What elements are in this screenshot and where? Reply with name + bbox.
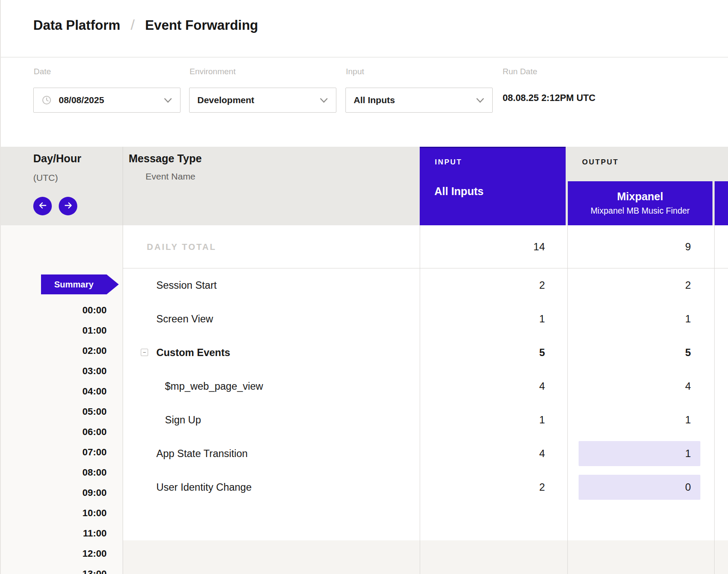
breadcrumb-separator: / (131, 16, 135, 33)
hour-label: 01:00 (82, 325, 107, 336)
output-value-cell: 0 (567, 470, 714, 504)
chevron-down-icon (164, 98, 172, 103)
previous-day-button[interactable] (33, 197, 52, 215)
day-hour-column-title: Day/Hour (33, 152, 81, 165)
highlighted-cell-background (579, 441, 700, 466)
hour-label: 11:00 (83, 528, 107, 539)
table-footer-band (123, 540, 728, 574)
table-header: Day/Hour (UTC) Message Type Event Name O… (0, 147, 728, 225)
hour-label: 09:00 (82, 487, 107, 498)
input-group-label: INPUT (435, 158, 462, 167)
output-value-cell: 5 (567, 336, 714, 369)
hour-label: 04:00 (82, 386, 107, 397)
table-row: Sign Up11 (123, 403, 728, 437)
hour-label: 12:00 (82, 548, 107, 559)
hour-label: 00:00 (82, 305, 107, 316)
output-value-cell: 1 (567, 403, 714, 437)
output-column-subtitle: Mixpanel MB Music Finder (568, 206, 712, 216)
event-forwarding-page: Data Platform / Event Forwarding Date 08… (0, 0, 728, 574)
output-value-cell: 4 (567, 369, 714, 403)
output-column-header-mixpanel[interactable]: Mixpanel Mixpanel MB Music Finder (568, 181, 712, 225)
chevron-down-icon (320, 98, 328, 103)
message-type-column-title: Message Type (129, 152, 202, 165)
day-hour-column-subtitle: (UTC) (33, 173, 58, 183)
top-bar: Data Platform / Event Forwarding (0, 0, 728, 57)
hour-label: 03:00 (82, 366, 107, 377)
table-row: Session Start22 (123, 268, 728, 302)
environment-filter-value: Development (197, 95, 254, 105)
arrow-left-icon (38, 200, 48, 212)
daily-total-output-value: 9 (567, 225, 714, 268)
output-value-cell: 2 (567, 268, 714, 302)
table-row: $mp_web_page_view44 (123, 369, 728, 403)
chevron-down-icon (476, 98, 484, 103)
daily-total-input-value: 14 (123, 225, 567, 268)
day-navigation (33, 197, 77, 215)
table-row: App State Transition41 (123, 437, 728, 470)
message-type-column-subtitle: Event Name (146, 171, 196, 182)
run-date-value: 08.08.25 2:12PM UTC (503, 93, 595, 104)
input-filter-label: Input (346, 67, 364, 76)
hour-label: 10:00 (82, 508, 107, 519)
column-divider (420, 225, 420, 574)
summary-tab[interactable]: Summary (41, 274, 107, 294)
page-title: Event Forwarding (145, 18, 258, 33)
table-row: −Custom Events55 (123, 336, 728, 369)
daily-total-row: DAILY TOTAL 14 9 (123, 225, 728, 268)
output-group-label: OUTPUT (582, 158, 619, 167)
day-hour-rail: Summary 00:0001:0002:0003:0004:0005:0006… (0, 225, 123, 574)
input-column-header[interactable]: INPUT All Inputs (420, 145, 566, 225)
environment-filter-label: Environment (190, 67, 236, 76)
output-value-cell: 1 (567, 302, 714, 336)
run-date-label: Run Date (503, 67, 537, 76)
hour-label: 07:00 (82, 447, 107, 458)
column-divider (567, 225, 568, 574)
input-value-cell: 1 (123, 302, 567, 336)
date-filter-label: Date (34, 67, 51, 76)
input-filter-value: All Inputs (354, 95, 395, 105)
breadcrumb: Data Platform / Event Forwarding (33, 16, 258, 33)
arrow-right-icon (63, 200, 73, 212)
column-divider (714, 225, 715, 574)
environment-filter-select[interactable]: Development (189, 88, 336, 113)
table-row: Screen View11 (123, 302, 728, 336)
output-value-cell: 1 (567, 437, 714, 470)
table-row: User Identity Change20 (123, 470, 728, 504)
output-column-name: Mixpanel (568, 190, 712, 203)
next-day-button[interactable] (59, 197, 77, 215)
hour-label: 06:00 (82, 426, 107, 438)
date-filter-select[interactable]: 08/08/2025 (33, 88, 180, 113)
input-value-cell: 4 (123, 369, 567, 403)
event-rows: Session Start22Screen View11−Custom Even… (123, 268, 728, 504)
hour-label: 08:00 (82, 467, 107, 478)
clock-icon (41, 95, 52, 105)
date-filter-value: 08/08/2025 (59, 95, 104, 105)
input-filter-select[interactable]: All Inputs (345, 88, 493, 113)
hour-label: 05:00 (82, 406, 107, 417)
input-value-cell: 5 (123, 336, 567, 369)
breadcrumb-section-link[interactable]: Data Platform (33, 18, 120, 33)
rail-divider (123, 147, 123, 574)
hour-label: 13:00 (82, 568, 107, 574)
output-column-header-partial (715, 181, 728, 225)
hour-label: 02:00 (82, 345, 107, 356)
input-value-cell: 4 (123, 437, 567, 470)
input-value-cell: 2 (123, 470, 567, 504)
input-column-name: All Inputs (434, 185, 484, 198)
filter-bar: Date 08/08/2025 Environment Development (0, 57, 728, 147)
highlighted-cell-background (579, 475, 700, 500)
input-value-cell: 2 (123, 268, 567, 302)
input-value-cell: 1 (123, 403, 567, 437)
